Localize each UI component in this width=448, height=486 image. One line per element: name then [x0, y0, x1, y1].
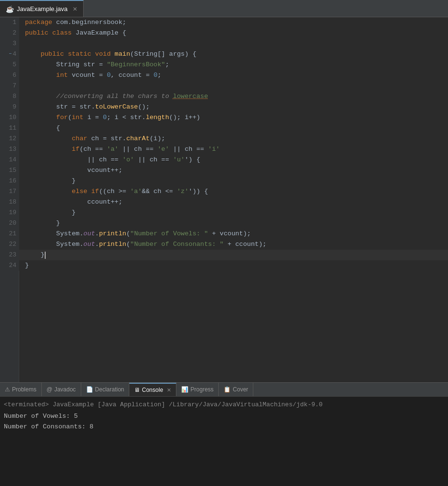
declaration-tab-label: Declaration — [95, 386, 124, 393]
problems-tab-icon: ⚠ — [5, 386, 10, 393]
bottom-tab-console[interactable]: 🖥Console✕ — [129, 383, 176, 396]
javadoc-tab-icon: @ — [47, 386, 52, 393]
code-editor[interactable]: 1package com.beginnersbook;2public class… — [0, 17, 448, 382]
code-line: 9 str = str.toLowerCase(); — [0, 102, 448, 112]
console-header: <terminated> JavaExample [Java Applicati… — [4, 400, 444, 410]
editor-tab[interactable]: ☕ JavaExample.java ✕ — [0, 0, 84, 17]
console-panel: <terminated> JavaExample [Java Applicati… — [0, 397, 448, 486]
console-tab-label: Console — [142, 387, 163, 393]
code-line: 10 for(int i = 0; i < str.length(); i++) — [0, 112, 448, 123]
code-line: 20 } — [0, 218, 448, 229]
java-file-icon: ☕ — [6, 5, 14, 13]
console-tab-close[interactable]: ✕ — [167, 387, 171, 393]
bottom-tab-cover[interactable]: 📋Cover — [219, 383, 253, 396]
code-line: 17 else if((ch >= 'a'&& ch <= 'z'')) { — [0, 186, 448, 197]
bottom-tab-progress[interactable]: 📊Progress — [176, 383, 219, 396]
text-cursor — [45, 252, 46, 259]
bottom-tab-bar: ⚠Problems@Javadoc📄Declaration🖥Console✕📊P… — [0, 382, 448, 397]
progress-tab-icon: 📊 — [181, 386, 188, 393]
code-line: 12 char ch = str.charAt(i); — [0, 134, 448, 144]
code-line: 23 } — [0, 250, 448, 260]
fold-icon[interactable]: − — [9, 49, 12, 60]
code-line: 13 if(ch == 'a' || ch == 'e' || ch == 'i… — [0, 144, 448, 155]
bottom-tab-javadoc[interactable]: @Javadoc — [42, 383, 81, 396]
code-line: 16 } — [0, 176, 448, 186]
code-line: 21 System.out.println("Number of Vowels:… — [0, 229, 448, 239]
code-line: 11 { — [0, 123, 448, 134]
problems-tab-label: Problems — [12, 386, 37, 393]
code-line: 6 int vcount = 0, ccount = 0; — [0, 70, 448, 81]
declaration-tab-icon: 📄 — [86, 386, 93, 393]
code-line: 18 ccount++; — [0, 197, 448, 207]
code-line: 14 || ch == 'o' || ch == 'u'') { — [0, 155, 448, 165]
code-line: 8 //converting all the chars to lowercas… — [0, 91, 448, 102]
console-output-line: Number of Vowels: 5 — [4, 411, 444, 422]
code-line: 7 — [0, 81, 448, 91]
bottom-tab-problems[interactable]: ⚠Problems — [0, 383, 42, 396]
code-line: 19 } — [0, 207, 448, 218]
code-line: 22 System.out.println("Number of Consona… — [0, 239, 448, 250]
cover-tab-icon: 📋 — [224, 386, 231, 393]
javadoc-tab-label: Javadoc — [54, 386, 76, 393]
code-line: 15 vcount++; — [0, 165, 448, 176]
tab-bar: ☕ JavaExample.java ✕ — [0, 0, 448, 17]
tab-close-button[interactable]: ✕ — [73, 6, 77, 12]
console-tab-icon: 🖥 — [134, 387, 140, 393]
code-line: 2public class JavaExample { — [0, 28, 448, 38]
code-line: −4 public static void main(String[] args… — [0, 49, 448, 60]
bottom-tab-declaration[interactable]: 📄Declaration — [81, 383, 130, 396]
console-output-line: Number of Consonants: 8 — [4, 422, 444, 432]
tab-label: JavaExample.java — [17, 5, 68, 12]
code-line: 5 String str = "BeginnersBook"; — [0, 60, 448, 70]
code-line: 1package com.beginnersbook; — [0, 17, 448, 28]
code-line: 24} — [0, 260, 448, 271]
cover-tab-label: Cover — [233, 386, 248, 393]
progress-tab-label: Progress — [190, 386, 213, 393]
code-line: 3 — [0, 38, 448, 49]
